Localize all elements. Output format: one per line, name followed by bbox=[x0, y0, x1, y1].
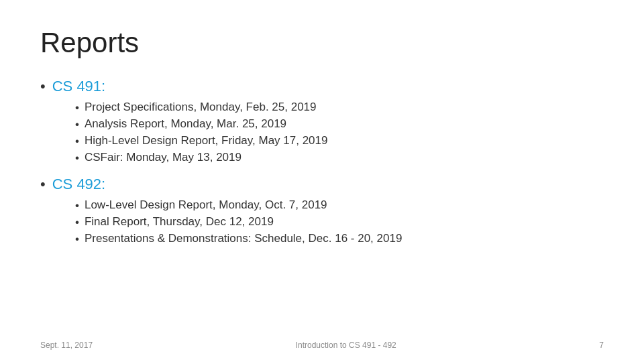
section-item-cs492: • CS 492: • Low-Level Design Report, Mon… bbox=[40, 176, 604, 246]
list-item-text: High-Level Design Report, Friday, May 17… bbox=[85, 134, 328, 147]
list-item-text: Final Report, Thursday, Dec 12, 2019 bbox=[85, 215, 274, 229]
footer: Sept. 11, 2017 Introduction to CS 491 - … bbox=[40, 341, 604, 350]
bullet-outer-cs491: • bbox=[40, 78, 46, 95]
section-heading-cs491: • CS 491: bbox=[40, 78, 604, 95]
list-item-text: Low-Level Design Report, Monday, Oct. 7,… bbox=[85, 198, 327, 212]
sub-bullet: • bbox=[75, 233, 79, 246]
list-item-text: Project Specifications, Monday, Feb. 25,… bbox=[85, 101, 317, 114]
list-item-text: CSFair: Monday, May 13, 2019 bbox=[85, 151, 241, 164]
list-item-text: Presentations & Demonstrations: Schedule… bbox=[85, 232, 402, 245]
sub-bullet: • bbox=[75, 101, 79, 115]
sub-bullet: • bbox=[75, 199, 79, 213]
list-item: • High-Level Design Report, Friday, May … bbox=[75, 134, 604, 148]
sub-bullet: • bbox=[75, 118, 79, 131]
list-item-text: Analysis Report, Monday, Mar. 25, 2019 bbox=[85, 117, 286, 131]
list-item: • Project Specifications, Monday, Feb. 2… bbox=[75, 101, 604, 115]
section-heading-cs492: • CS 492: bbox=[40, 176, 604, 193]
list-item: • Presentations & Demonstrations: Schedu… bbox=[75, 232, 604, 246]
footer-left: Sept. 11, 2017 bbox=[40, 341, 93, 350]
list-item: • Final Report, Thursday, Dec 12, 2019 bbox=[75, 215, 604, 229]
list-item: • Low-Level Design Report, Monday, Oct. … bbox=[75, 198, 604, 213]
bullet-outer-cs492: • bbox=[40, 176, 46, 193]
footer-center: Introduction to CS 491 - 492 bbox=[93, 341, 599, 350]
sub-list-cs491: • Project Specifications, Monday, Feb. 2… bbox=[40, 101, 604, 165]
slide: Reports • CS 491: • Project Specificatio… bbox=[0, 0, 644, 362]
sub-bullet: • bbox=[75, 216, 79, 229]
sub-bullet: • bbox=[75, 152, 79, 165]
sub-bullet: • bbox=[75, 135, 79, 148]
footer-right: 7 bbox=[599, 341, 604, 350]
sub-list-cs492: • Low-Level Design Report, Monday, Oct. … bbox=[40, 198, 604, 246]
section-list: • CS 491: • Project Specifications, Mond… bbox=[40, 78, 604, 246]
section-heading-label-cs492: CS 492: bbox=[52, 176, 106, 193]
list-item: • CSFair: Monday, May 13, 2019 bbox=[75, 151, 604, 165]
list-item: • Analysis Report, Monday, Mar. 25, 2019 bbox=[75, 117, 604, 131]
section-heading-label-cs491: CS 491: bbox=[52, 78, 106, 95]
section-item-cs491: • CS 491: • Project Specifications, Mond… bbox=[40, 78, 604, 165]
page-title: Reports bbox=[40, 27, 604, 59]
